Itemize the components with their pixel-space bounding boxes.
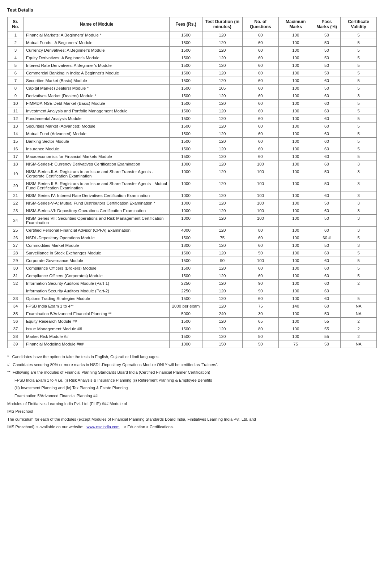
cell-cert: 5	[341, 234, 377, 242]
cell-questions: 60	[242, 107, 278, 115]
table-row: 7Securities Market (Basic) Module1500120…	[8, 77, 377, 85]
cell-duration: 120	[202, 272, 242, 280]
cell-max-marks: 100	[278, 234, 313, 242]
cell-sr: 16	[8, 145, 24, 153]
cell-duration: 120	[202, 333, 242, 340]
cell-name: Insurance Module	[24, 145, 169, 153]
footnote-fpsb-line3: Examination 5/Advanced Financial Plannin…	[14, 393, 377, 399]
cell-name: Macroeconomics for Financial Markets Mod…	[24, 153, 169, 160]
cell-duration: 120	[202, 302, 242, 310]
cell-cert: NA	[341, 310, 377, 318]
cell-pass-marks: 60	[313, 115, 340, 123]
footnote-ims: IMS Preschool	[7, 408, 377, 415]
table-row: 31Compliance Officers (Corporates) Modul…	[8, 272, 377, 280]
cell-cert: 3	[341, 199, 377, 207]
cell-questions: 50	[242, 340, 278, 348]
cell-max-marks: 100	[278, 77, 313, 85]
cell-cert: 3	[341, 180, 377, 192]
cell-pass-marks: 50	[313, 31, 340, 39]
cell-fees: 2250	[170, 287, 202, 295]
cell-max-marks: 100	[278, 62, 313, 69]
footnotes: * Candidates have the option to take the…	[7, 354, 377, 430]
cell-sr: 9	[8, 92, 24, 100]
cell-duration: 120	[202, 69, 242, 77]
header-max-marks: Maximum Marks	[278, 17, 313, 31]
cell-name: Securities Market (Advanced) Module	[24, 123, 169, 130]
table-row: 27Commodities Market Module1800120601005…	[8, 242, 377, 249]
header-fees: Fees (Rs.)	[170, 17, 202, 31]
cell-sr: 1	[8, 31, 24, 39]
cell-fees: 1000	[170, 340, 202, 348]
cell-fees: 1500	[170, 39, 202, 47]
cell-fees: 1500	[170, 69, 202, 77]
cell-sr: 18	[8, 160, 24, 168]
cell-max-marks: 100	[278, 257, 313, 265]
cell-name: NSDL-Depository Operations Module	[24, 234, 169, 242]
table-row: 37Issue Management Module ##150012080100…	[8, 325, 377, 333]
cell-pass-marks: 60	[313, 145, 340, 153]
cell-duration: 120	[202, 180, 242, 192]
cell-questions: 60	[242, 123, 278, 130]
cell-max-marks: 100	[278, 333, 313, 340]
cell-questions: 80	[242, 325, 278, 333]
cell-duration: 150	[202, 340, 242, 348]
cell-duration: 120	[202, 192, 242, 199]
cell-sr: 37	[8, 325, 24, 333]
cell-pass-marks: 60	[313, 130, 340, 138]
header-cert: Certificate Validity	[341, 17, 377, 31]
cell-name: NISM-Series-VI: Depository Operations Ce…	[24, 207, 169, 215]
cell-cert: 5	[341, 69, 377, 77]
cell-pass-marks: 50	[313, 62, 340, 69]
cell-name: Commercial Banking in India: A Beginner'…	[24, 69, 169, 77]
cell-name: Surveillance in Stock Exchanges Module	[24, 249, 169, 257]
cell-cert: 5	[341, 62, 377, 69]
cell-max-marks: 100	[278, 325, 313, 333]
table-row: 20NISM-Series-II-B: Registrars to an Iss…	[8, 180, 377, 192]
cell-duration: 120	[202, 77, 242, 85]
cell-pass-marks: 60	[313, 295, 340, 302]
cell-max-marks: 100	[278, 69, 313, 77]
cell-pass-marks: 50	[313, 180, 340, 192]
cell-duration: 120	[202, 242, 242, 249]
cell-name: Investment Analysis and Portfolio Manage…	[24, 107, 169, 115]
cell-name: Derivatives Market (Dealers) Module *	[24, 92, 169, 100]
cell-cert: NA	[341, 340, 377, 348]
cell-name: NISM-Series-II-B: Registrars to an Issue…	[24, 180, 169, 192]
cell-max-marks: 100	[278, 153, 313, 160]
cell-pass-marks: 60	[313, 280, 340, 287]
cell-fees: 1500	[170, 325, 202, 333]
cell-fees: 1500	[170, 107, 202, 115]
cell-questions: 60	[242, 47, 278, 54]
table-row: 26NSDL-Depository Operations Module15007…	[8, 234, 377, 242]
table-row: 25Certified Personal Financial Advisor (…	[8, 227, 377, 234]
cell-fees: 1500	[170, 153, 202, 160]
cell-max-marks: 100	[278, 145, 313, 153]
cell-cert: 2	[341, 333, 377, 340]
cell-max-marks: 100	[278, 265, 313, 272]
footnote-website-url[interactable]: www.nseindia.com	[87, 425, 120, 429]
cell-max-marks: 100	[278, 242, 313, 249]
table-row: 30Compliance Officers (Brokers) Module15…	[8, 265, 377, 272]
cell-sr: 26	[8, 234, 24, 242]
cell-name: NISM-Series-IV: Interest Rate Derivative…	[24, 192, 169, 199]
cell-cert: 5	[341, 295, 377, 302]
cell-max-marks: 100	[278, 160, 313, 168]
cell-name: NISM-Series-I: Currency Derivatives Cert…	[24, 160, 169, 168]
table-row: 29Corporate Governance Module15009010010…	[8, 257, 377, 265]
cell-fees: 1500	[170, 92, 202, 100]
cell-name: Capital Market (Dealers) Module *	[24, 85, 169, 92]
table-row: 32Information Security Auditors Module (…	[8, 280, 377, 287]
cell-sr: 4	[8, 54, 24, 62]
table-row: 19NISM-Series-II-A: Registrars to an Iss…	[8, 168, 377, 180]
cell-questions: 60	[242, 138, 278, 145]
table-row: 33Options Trading Strategies Module15001…	[8, 295, 377, 302]
cell-max-marks: 100	[278, 227, 313, 234]
cell-sr: 14	[8, 130, 24, 138]
table-row: 34FPSB India Exam 1 to 4**2000 per exam1…	[8, 302, 377, 310]
cell-pass-marks: 50	[313, 310, 340, 318]
cell-duration: 240	[202, 310, 242, 318]
cell-duration: 120	[202, 115, 242, 123]
cell-fees: 1000	[170, 192, 202, 199]
cell-max-marks: 100	[278, 92, 313, 100]
footnote-hash-symbol: #	[7, 362, 13, 367]
